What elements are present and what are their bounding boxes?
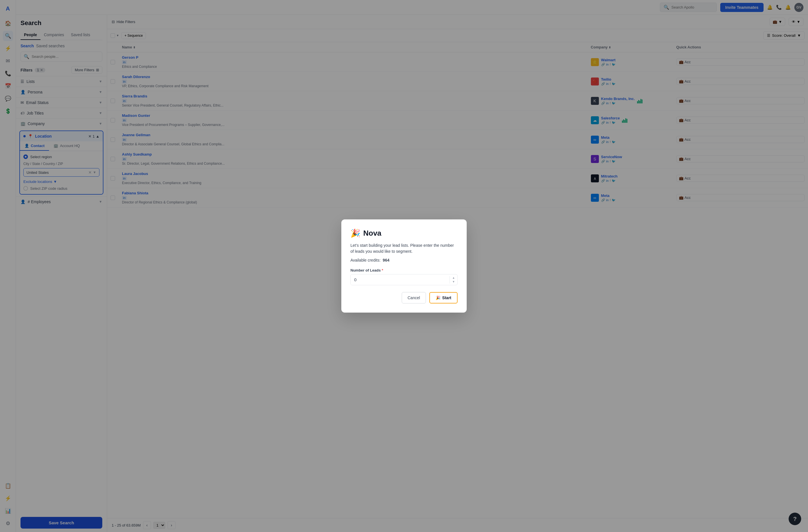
modal-input-row: ▲ ▼	[350, 274, 458, 285]
modal-required-indicator: *	[382, 268, 383, 272]
modal-buttons: Cancel 🎉 Start	[350, 292, 458, 304]
start-button[interactable]: 🎉 Start	[429, 292, 458, 304]
modal-overlay: 🎉 Nova Let's start building your lead li…	[0, 0, 808, 532]
leads-count-spinner[interactable]: ▲ ▼	[449, 276, 457, 283]
modal-emoji: 🎉	[350, 228, 361, 238]
modal-description: Let's start building your lead lists. Pl…	[350, 242, 458, 255]
modal-title: Nova	[363, 229, 382, 238]
cancel-button[interactable]: Cancel	[402, 292, 426, 304]
leads-count-input[interactable]	[351, 274, 449, 285]
start-emoji-icon: 🎉	[436, 295, 440, 300]
modal-credits: Available credits: 964	[350, 258, 458, 262]
nova-modal: 🎉 Nova Let's start building your lead li…	[341, 219, 467, 313]
modal-leads-label: Number of Leads *	[350, 268, 458, 272]
modal-title-row: 🎉 Nova	[350, 228, 458, 238]
